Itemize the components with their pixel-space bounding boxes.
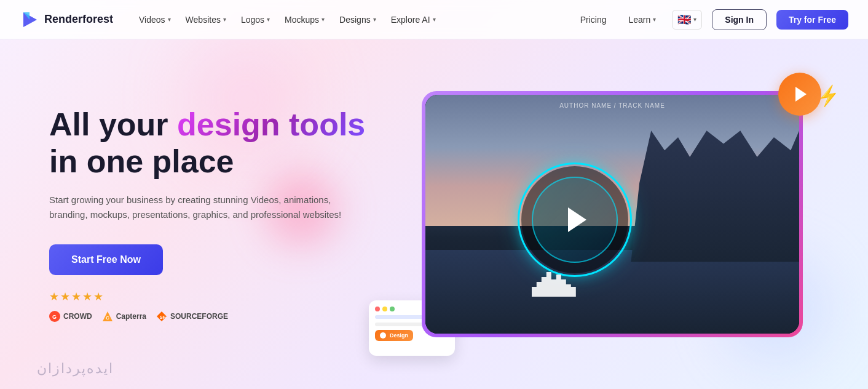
play-inner xyxy=(532,177,618,263)
buildings xyxy=(631,130,799,262)
hero-section: All your design tools in one place Start… xyxy=(0,39,868,389)
partner-capterra: C Capterra xyxy=(102,311,146,322)
star-rating: ★ ★ ★ ★ ★ xyxy=(49,290,103,303)
play-icon xyxy=(795,87,807,102)
chevron-down-icon: ▾ xyxy=(433,16,436,23)
star-1: ★ xyxy=(49,290,59,303)
chevron-down-icon: ▾ xyxy=(223,16,226,23)
partner-sourceforge: SF SOURCEFORGE xyxy=(156,311,228,322)
video-frame-inner: AUTHOR NAME / TRACK NAME xyxy=(425,95,799,334)
hero-right: Design AUTHOR NAME / TRACK NAME xyxy=(406,91,819,337)
chevron-down-icon: ▾ xyxy=(168,16,171,23)
logo-icon xyxy=(20,10,39,30)
svg-text:C: C xyxy=(106,315,109,321)
chevron-down-icon: ▾ xyxy=(373,16,376,23)
nav-videos[interactable]: Videos ▾ xyxy=(133,11,177,28)
chevron-down-icon: ▾ xyxy=(653,16,656,23)
nav-learn[interactable]: Learn ▾ xyxy=(622,11,662,28)
nav-left: Renderforest Videos ▾ Websites ▾ Logos ▾… xyxy=(20,10,442,30)
nav-right: Pricing Learn ▾ 🇬🇧 ▾ Sign In Try for Fre… xyxy=(574,9,848,30)
nav-logos[interactable]: Logos ▾ xyxy=(235,11,276,28)
nav-pricing[interactable]: Pricing xyxy=(574,11,613,28)
play-button-circle[interactable] xyxy=(519,164,630,275)
star-4: ★ xyxy=(82,290,92,303)
start-free-button[interactable]: Start Free Now xyxy=(49,244,163,275)
partner-g2crowd: G CROWD xyxy=(49,311,92,322)
svg-text:SF: SF xyxy=(160,315,166,320)
hero-title: All your design tools in one place xyxy=(49,106,381,180)
card-line-2 xyxy=(375,323,427,326)
star-3: ★ xyxy=(71,290,81,303)
sourceforge-icon: SF xyxy=(156,311,167,322)
dot-green xyxy=(390,307,395,311)
card-badge: Design xyxy=(375,330,413,341)
logo-text: Renderforest xyxy=(44,13,113,26)
video-content: AUTHOR NAME / TRACK NAME xyxy=(425,95,799,334)
navbar: Renderforest Videos ▾ Websites ▾ Logos ▾… xyxy=(0,0,868,39)
signin-button[interactable]: Sign In xyxy=(712,9,767,30)
tryfree-button[interactable]: Try for Free xyxy=(776,10,848,30)
city-silhouette-icon xyxy=(532,272,581,297)
chevron-down-icon: ▾ xyxy=(693,16,696,23)
track-label: AUTHOR NAME / TRACK NAME xyxy=(559,102,665,109)
hero-left: All your design tools in one place Start… xyxy=(49,106,406,322)
lightning-icon: ⚡ xyxy=(815,83,842,108)
video-water xyxy=(425,250,799,334)
dot-red xyxy=(375,307,380,311)
nav-designs[interactable]: Designs ▾ xyxy=(333,11,382,28)
star-2: ★ xyxy=(60,290,70,303)
city-logo xyxy=(532,272,581,297)
rating-row: ★ ★ ★ ★ ★ xyxy=(49,290,381,303)
nav-mockups[interactable]: Mockups ▾ xyxy=(278,11,331,28)
video-frame-border: AUTHOR NAME / TRACK NAME xyxy=(422,91,803,337)
language-selector[interactable]: 🇬🇧 ▾ xyxy=(672,10,702,30)
chevron-down-icon: ▾ xyxy=(322,16,325,23)
video-preview[interactable]: AUTHOR NAME / TRACK NAME xyxy=(422,91,803,337)
nav-websites[interactable]: Websites ▾ xyxy=(180,11,232,28)
svg-text:G: G xyxy=(52,314,57,320)
hero-subtitle: Start growing your business by creating … xyxy=(49,193,344,222)
chevron-down-icon: ▾ xyxy=(267,16,270,23)
capterra-icon: C xyxy=(102,311,113,322)
badge-icon xyxy=(380,332,386,339)
star-5: ★ xyxy=(93,290,103,303)
play-triangle-icon xyxy=(568,207,586,232)
floating-play-badge[interactable] xyxy=(778,73,821,116)
nav-explore-ai[interactable]: Explore AI ▾ xyxy=(385,11,442,28)
dot-yellow xyxy=(382,307,387,311)
g2-icon: G xyxy=(49,311,60,322)
logo-link[interactable]: Renderforest xyxy=(20,10,113,30)
partners-row: G CROWD C Capterra SF SOURCEFORGE xyxy=(49,311,381,322)
nav-menu: Videos ▾ Websites ▾ Logos ▾ Mockups ▾ De… xyxy=(133,11,442,28)
flag-icon: 🇬🇧 xyxy=(677,13,691,26)
